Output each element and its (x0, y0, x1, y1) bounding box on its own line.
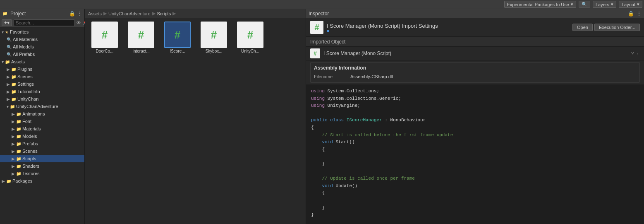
imported-obj-action-icons: ? ⋮ (631, 51, 640, 56)
chevron-font-icon: ▶ (12, 119, 15, 124)
eye-icon[interactable]: 👁 (77, 20, 81, 25)
code-line-16 (311, 197, 639, 205)
sidebar-item-unitychan[interactable]: ▶ 📁 UnityChan (0, 95, 84, 103)
imported-object-header: Imported Object (306, 37, 644, 47)
inspector-script-icon: # (310, 21, 323, 34)
search-sm2-icon: 🔍 (7, 45, 12, 49)
code-line-9: { (311, 146, 639, 154)
layers-btn[interactable]: Layers ▾ (593, 1, 616, 8)
scenes2-folder-icon: 📁 (16, 149, 21, 154)
sidebar-item-textures[interactable]: ▶ 📁 Textures (0, 170, 84, 177)
breadcrumb-scripts[interactable]: Scripts (157, 11, 171, 16)
assembly-section-title: Assembly Information (314, 65, 636, 71)
chevron-prefabs-icon: ▶ (12, 142, 15, 146)
sidebar-item-shaders[interactable]: ▶ 📁 Shaders (0, 162, 84, 170)
sidebar-item-font[interactable]: ▶ 📁 Font (0, 118, 84, 125)
imported-script-name: I Score Manager (Mono Script) (323, 51, 628, 56)
plugins-folder-icon: 📁 (11, 67, 16, 72)
lock-icon[interactable]: 🔒 (69, 11, 75, 17)
sidebar-item-materials[interactable]: ▶ 📁 Materials (0, 125, 84, 132)
imported-object-row: # I Score Manager (Mono Script) ? ⋮ (306, 47, 644, 60)
more-options-icon[interactable]: ⋮ (77, 11, 82, 17)
assets-grid: # DoorCo... # Interact... # IScore... (85, 18, 306, 224)
unitychanadventure-label: UnityChanAdventure (16, 104, 58, 109)
layers-chevron-icon: ▾ (611, 2, 613, 7)
help-icon[interactable]: ? (631, 51, 634, 56)
assets-root[interactable]: ▾ 📁 Assets (0, 58, 84, 65)
execution-order-button[interactable]: Execution Order... (594, 24, 640, 31)
sidebar-item-all-models[interactable]: 🔍 All Models (0, 43, 84, 51)
sidebar-item-scripts[interactable]: ▶ 📁 Scripts (0, 155, 84, 162)
code-line-7: // Start is called before the first fram… (311, 132, 639, 139)
inspector-script-row: # I Score Manager (Mono Script) Import S… (306, 18, 644, 37)
layout-btn[interactable]: Layout ▾ (619, 1, 642, 8)
sidebar-item-settings[interactable]: ▶ 📁 Settings (0, 80, 84, 88)
project-panel-header: 📁 Project 🔒 ⋮ (0, 9, 84, 18)
sidebar-item-prefabs[interactable]: ▶ 📁 Prefabs (0, 140, 84, 147)
shaders-label: Shaders (22, 164, 39, 169)
code-line-10 (311, 153, 639, 161)
layout-label: Layout (622, 2, 635, 7)
breadcrumb-sep3: ▶ (172, 11, 176, 16)
imported-hash-glyph: # (314, 50, 317, 57)
search-icon-btn[interactable]: 🔍 (579, 1, 590, 8)
materials-label: Materials (22, 126, 41, 131)
asset-item-interact[interactable]: # Interact... (124, 22, 158, 53)
sidebar-item-plugins[interactable]: ▶ 📁 Plugins (0, 65, 84, 73)
sidebar-item-all-prefabs[interactable]: 🔍 All Prefabs (0, 51, 84, 58)
favorites-root[interactable]: ▾ ★ Favorites (0, 28, 84, 36)
sidebar-item-animations[interactable]: ▶ 📁 Animations (0, 110, 84, 118)
asset-item-skybox[interactable]: # Skybox... (197, 22, 230, 53)
search-input[interactable] (14, 19, 75, 26)
chevron-textures-icon: ▶ (12, 171, 15, 176)
asset-item-iscore[interactable]: # IScore... (161, 22, 194, 53)
open-button[interactable]: Open (572, 24, 593, 31)
chevron-uca-icon: ▾ (7, 104, 9, 109)
inspector-lock-btn[interactable]: 🔒 (628, 11, 634, 17)
project-panel-title: Project (10, 11, 26, 17)
sidebar-item-scenes2[interactable]: ▶ 📁 Scenes (0, 147, 84, 155)
unitychan-folder-icon: 📁 (11, 97, 16, 101)
inspector-action-buttons: Open Execution Order... (572, 24, 640, 31)
chevron-down-icon: ▾ (2, 30, 4, 34)
experimental-packages-btn[interactable]: Experimental Packages In Use ▾ (504, 1, 576, 8)
layers-label: Layers (596, 2, 609, 7)
chevron-right-assets-icon: ▾ (2, 60, 4, 64)
hash-icon-unitychan: # (247, 29, 253, 41)
asset-icon-skybox: # (201, 22, 227, 48)
code-line-18: } (311, 212, 639, 219)
asset-label-unitychan: UnityCh... (241, 49, 259, 53)
sidebar-item-scenes[interactable]: ▶ 📁 Scenes (0, 73, 84, 80)
asset-icon-doorcollider: # (91, 22, 118, 48)
chevron-scenes-icon: ▶ (7, 75, 10, 79)
all-prefabs-label: All Prefabs (13, 52, 35, 57)
mat-folder-icon: 📁 (16, 127, 21, 131)
inspector-more-btn[interactable]: ⋮ (637, 11, 642, 17)
sidebar-item-all-materials[interactable]: 🔍 All Materials (0, 36, 84, 43)
sidebar-item-models[interactable]: ▶ 📁 Models (0, 132, 84, 140)
star-icon: ★ (5, 30, 9, 34)
sidebar-item-packages[interactable]: ▶ 📁 Packages (0, 177, 84, 185)
font-label: Font (22, 119, 31, 124)
chevron-anim-icon: ▶ (12, 112, 15, 116)
sidebar-item-unitychanadventure[interactable]: ▾ 📁 UnityChanAdventure (0, 103, 84, 110)
dropdown-chevron-icon: ▾ (571, 2, 573, 7)
prefabs-label: Prefabs (22, 141, 38, 146)
chevron-scenes2-icon: ▶ (12, 149, 15, 154)
breadcrumb-sep1: ▶ (103, 11, 107, 16)
code-line-12 (311, 168, 639, 176)
asset-item-unitychan[interactable]: # UnityCh... (234, 22, 267, 53)
breadcrumb-unitychanadventure[interactable]: UnityChanAdventure (108, 11, 151, 16)
search-sm-icon: 🔍 (7, 37, 12, 42)
more-icon[interactable]: ⋮ (635, 51, 640, 56)
asset-item-doorcollider[interactable]: # DoorCo... (88, 22, 121, 53)
settings-label: Settings (17, 82, 34, 87)
breadcrumb: Assets ▶ UnityChanAdventure ▶ Scripts ▶ (85, 9, 306, 18)
scripts-label: Scripts (22, 156, 36, 161)
hash-icon-iscore: # (175, 29, 180, 41)
models-folder-icon: 📁 (16, 134, 21, 139)
breadcrumb-assets[interactable]: Assets (88, 11, 102, 16)
sidebar-item-tutorialinfo[interactable]: ▶ 📁 TutorialInfo (0, 88, 84, 95)
add-button[interactable]: +▾ (2, 19, 12, 26)
imported-script-icon: # (310, 48, 320, 58)
